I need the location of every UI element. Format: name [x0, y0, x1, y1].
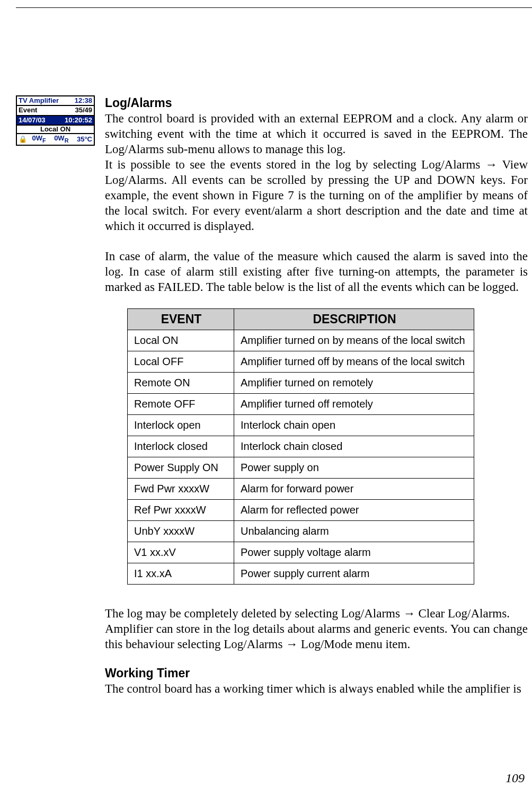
table-body: Local ONAmplifier turned on by means of … [128, 330, 474, 585]
para-log-2: It is possible to see the events stored … [105, 157, 528, 234]
lcd-event-count: 35/49 [75, 107, 92, 114]
table-row: V1 xx.xVPower supply voltage alarm [128, 542, 474, 563]
para-log-3: In case of alarm, the value of the measu… [105, 249, 528, 295]
lcd-titlebar: TV Amplifier 12:38 [17, 96, 94, 106]
table-row: Local OFFAmplifier turned off by means o… [128, 351, 474, 373]
lcd-event-label: Event [19, 107, 37, 114]
event-table: EVENT DESCRIPTION Local ONAmplifier turn… [127, 308, 474, 585]
main-content: Log/Alarms The control board is provided… [105, 95, 528, 696]
lcd-title: TV Amplifier [19, 97, 59, 104]
para-after-table-1: The log may be completely deleted by sel… [105, 606, 528, 621]
th-description: DESCRIPTION [234, 309, 474, 330]
table-row: Remote ONAmplifier turned on remotely [128, 373, 474, 394]
lcd-status-ref: 0WR [54, 135, 68, 144]
page-number: 109 [506, 771, 525, 785]
table-row: Local ONAmplifier turned on by means of … [128, 330, 474, 351]
para-timer-1: The control board has a working timer wh… [105, 681, 528, 696]
lcd-local: Local ON [40, 125, 70, 133]
th-event: EVENT [128, 309, 234, 330]
para-log-1: The control board is provided with an ex… [105, 111, 528, 157]
lcd-clock: 12:38 [75, 97, 92, 104]
lcd-event-row: Event 35/49 [17, 106, 94, 116]
heading-log-alarms: Log/Alarms [105, 95, 528, 111]
table-row: Fwd Pwr xxxxWAlarm for forward power [128, 479, 474, 500]
top-rule [16, 7, 532, 8]
lcd-statusbar: 🔒 0WF 0WR 35°C [17, 134, 94, 145]
lcd-status-fwd: 0WF [32, 135, 46, 144]
lcd-local-row: Local ON [17, 126, 94, 134]
heading-working-timer: Working Timer [105, 666, 528, 681]
lock-icon: 🔒 [19, 136, 24, 143]
table-row: Power Supply ONPower supply on [128, 457, 474, 479]
table-row: Interlock openInterlock chain open [128, 415, 474, 436]
table-row: Interlock closedInterlock chain closed [128, 436, 474, 457]
para-after-table-2: Amplifier can store in the log details a… [105, 621, 528, 652]
table-header-row: EVENT DESCRIPTION [128, 309, 474, 330]
lcd-time: 10:20:52 [65, 117, 92, 124]
table-row: UnbY xxxxWUnbalancing alarm [128, 521, 474, 542]
table-row: I1 xx.xAPower supply current alarm [128, 563, 474, 585]
lcd-date: 14/07/03 [19, 117, 46, 124]
table-row: Remote OFFAmplifier turned off remotely [128, 394, 474, 415]
lcd-datetime-row: 14/07/03 10:20:52 [17, 116, 94, 126]
table-row: Ref Pwr xxxxWAlarm for reflected power [128, 500, 474, 521]
page: TV Amplifier 12:38 Event 35/49 14/07/03 … [0, 0, 532, 796]
lcd-status-temp: 35°C [77, 136, 92, 143]
lcd-screenshot: TV Amplifier 12:38 Event 35/49 14/07/03 … [16, 95, 95, 146]
